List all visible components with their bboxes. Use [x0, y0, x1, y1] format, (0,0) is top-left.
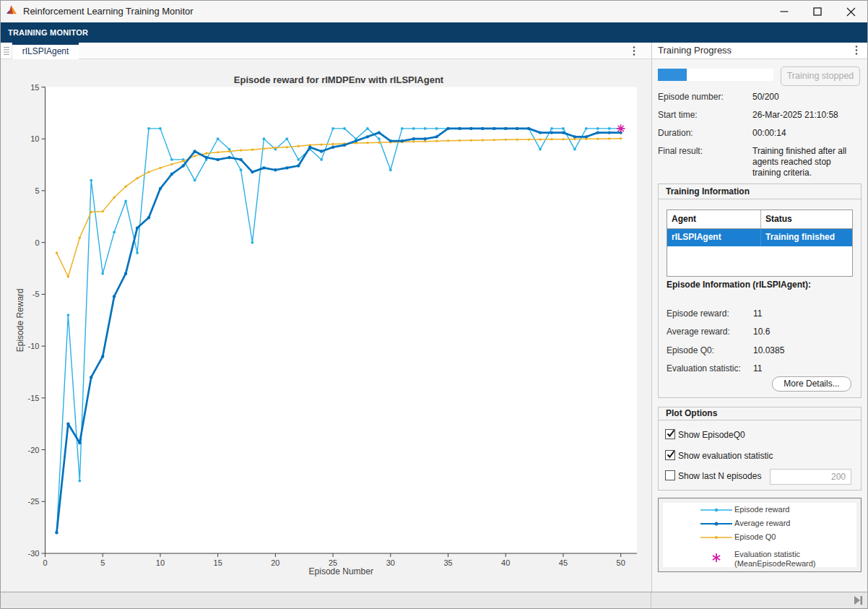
svg-text:10: 10	[30, 134, 39, 143]
panel-title: Training Progress	[658, 43, 732, 58]
training-information-title: Training Information	[659, 184, 861, 199]
evaluation-statistic-marker	[617, 125, 624, 132]
window-title: Reinforcement Learning Training Monitor	[23, 1, 194, 22]
status-bar	[1, 592, 867, 608]
minimize-icon	[780, 7, 789, 16]
episode-reward-value: 11	[753, 308, 762, 319]
panel-header: Training Progress	[651, 43, 867, 59]
svg-text:-25: -25	[28, 497, 40, 506]
svg-text:15: 15	[214, 558, 222, 567]
table-cell-agent: rILSPIAgent	[667, 229, 760, 246]
start-time-label: Start time:	[658, 110, 698, 120]
tab-strip-menu-icon[interactable]	[629, 46, 639, 56]
tab-rilspiagent[interactable]: rILSPIAgent	[12, 43, 79, 59]
episode-reward-label: Episode reward:	[667, 308, 729, 319]
title-bar: Reinforcement Learning Training Monitor	[1, 1, 867, 22]
svg-text:20: 20	[271, 558, 279, 567]
training-progress-panel: Training stopped Episode number: 50/200 …	[651, 59, 867, 592]
checkbox-show-evaluation-statistic-label[interactable]: Show evaluation statistic	[678, 451, 773, 461]
last-n-episodes-input[interactable]: 200	[770, 469, 851, 485]
skip-to-end-icon[interactable]	[854, 595, 864, 605]
final-result-value: Training finished after all agents reach…	[752, 146, 856, 178]
episode-reward-chart[interactable]: -30-25-20-15-10-505101505101520253035404…	[1, 59, 651, 592]
table-header-row: Agent Status	[667, 210, 852, 229]
legend-episode-reward-label[interactable]: Episode reward	[734, 505, 789, 514]
tab-label: rILSPIAgent	[12, 45, 79, 59]
svg-text:15: 15	[30, 83, 39, 92]
svg-text:-20: -20	[28, 446, 40, 454]
svg-text:10: 10	[156, 558, 165, 567]
svg-text:-5: -5	[32, 290, 40, 298]
final-result-label: Final result:	[658, 146, 703, 156]
plot-options-group: Plot Options Show EpisodeQ0 Show evaluat…	[658, 407, 862, 491]
training-information-group: Training Information Agent Status rILSPI…	[658, 183, 862, 398]
maximize-icon	[813, 7, 822, 16]
chart-xlabel: Episode Number	[309, 566, 373, 576]
legend-evaluation-statistic-marker	[700, 553, 732, 563]
duration-label: Duration:	[658, 128, 693, 138]
legend-average-reward-label[interactable]: Average reward	[734, 519, 790, 528]
checkbox-show-evaluation-statistic[interactable]	[665, 450, 675, 460]
table-header-status: Status	[760, 210, 852, 228]
table-row[interactable]: rILSPIAgent Training finished	[667, 229, 852, 246]
plot-background	[45, 87, 638, 554]
legend-episode-reward-marker	[700, 506, 732, 514]
legend-episode-q0-label[interactable]: Episode Q0	[734, 532, 776, 542]
svg-text:5: 5	[100, 558, 105, 567]
episode-number-value: 50/200	[752, 92, 856, 103]
grip-icon	[4, 46, 9, 56]
episode-information-title: Episode Information (rILSPIAgent):	[667, 280, 811, 290]
svg-text:45: 45	[559, 558, 568, 567]
maximize-button[interactable]	[801, 1, 834, 22]
episode-q0-value: 10.0385	[753, 345, 784, 355]
plot-options-title: Plot Options	[659, 407, 861, 420]
table-cell-status: Training finished	[760, 229, 852, 246]
matlab-logo-icon	[6, 4, 18, 15]
legend-average-reward-marker	[700, 520, 732, 527]
svg-text:0: 0	[43, 558, 47, 567]
panel-menu-icon[interactable]	[851, 45, 862, 56]
status-bar-divider	[651, 592, 651, 608]
check-icon	[666, 428, 676, 439]
close-button[interactable]	[834, 1, 867, 22]
legend-evaluation-statistic-label[interactable]: Evaluation statistic (MeanEpisodeReward)	[734, 550, 816, 569]
ribbon-tab-training-monitor[interactable]: TRAINING MONITOR	[8, 22, 88, 43]
chart-area: -30-25-20-15-10-505101505101520253035404…	[1, 59, 651, 592]
table-header-agent: Agent	[667, 210, 760, 228]
svg-text:-15: -15	[28, 394, 40, 402]
training-stopped-button[interactable]: Training stopped	[781, 66, 860, 86]
checkbox-show-last-n-episodes-label[interactable]: Show last N episodes	[678, 471, 761, 481]
svg-text:0: 0	[35, 238, 39, 247]
evaluation-statistic-value: 11	[753, 363, 762, 373]
svg-text:40: 40	[501, 558, 510, 567]
svg-text:-10: -10	[28, 342, 40, 350]
checkbox-show-episodeq0[interactable]	[665, 429, 675, 439]
episode-number-label: Episode number:	[658, 92, 724, 102]
checkbox-show-last-n-episodes[interactable]	[665, 470, 675, 480]
legend-episode-q0-marker	[700, 534, 732, 541]
progress-bar-fill	[658, 69, 687, 81]
tab-grip-handle[interactable]	[1, 43, 12, 59]
svg-text:35: 35	[443, 558, 452, 567]
svg-text:30: 30	[386, 558, 395, 567]
evaluation-statistic-label: Evaluation statistic:	[667, 363, 741, 373]
agent-status-table: Agent Status rILSPIAgent Training finish…	[667, 210, 853, 277]
document-tab-strip: rILSPIAgent	[1, 43, 651, 59]
svg-text:50: 50	[617, 558, 625, 567]
svg-text:-30: -30	[28, 549, 40, 558]
chart-title: Episode reward for rIMDPEnv with rILSPIA…	[234, 74, 444, 85]
duration-value: 00:00:14	[752, 128, 856, 139]
ribbon-bar: TRAINING MONITOR	[1, 22, 867, 43]
chart-legend: Episode reward Average reward Episode Q0…	[658, 498, 862, 572]
close-icon	[846, 7, 856, 17]
chart-ylabel: Episode Reward	[15, 288, 25, 352]
minimize-button[interactable]	[768, 1, 801, 22]
tab-strip-filler	[79, 43, 651, 59]
more-details-button[interactable]: More Details...	[772, 376, 851, 392]
progress-bar	[658, 69, 773, 81]
svg-text:5: 5	[35, 186, 39, 195]
episode-q0-label: Episode Q0:	[667, 345, 714, 355]
app-window: Reinforcement Learning Training Monitor …	[0, 0, 868, 609]
average-reward-label: Average reward:	[667, 327, 730, 337]
checkbox-show-episodeq0-label[interactable]: Show EpisodeQ0	[678, 430, 745, 440]
